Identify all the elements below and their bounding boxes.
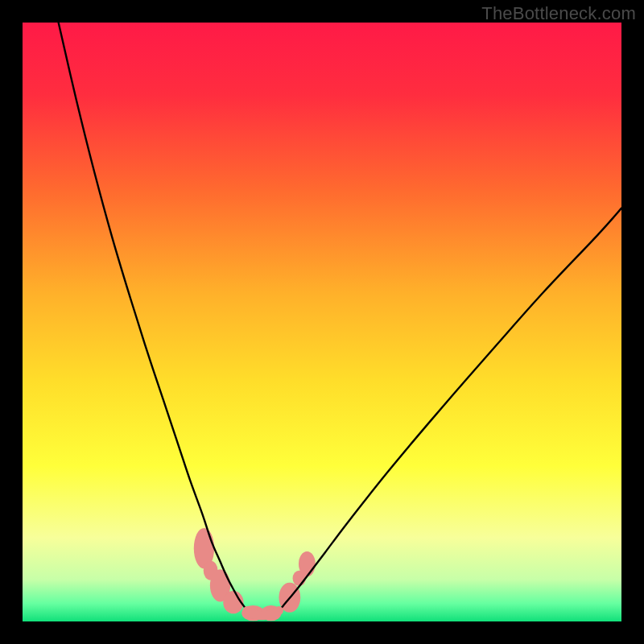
gradient-background (23, 23, 621, 621)
series-bottom-band (247, 611, 279, 616)
marker-blob-8 (299, 551, 316, 576)
chart-frame: TheBottleneck.com (0, 0, 644, 644)
bottleneck-chart (23, 23, 621, 621)
plot-area (23, 23, 621, 621)
watermark-text: TheBottleneck.com (481, 3, 636, 24)
